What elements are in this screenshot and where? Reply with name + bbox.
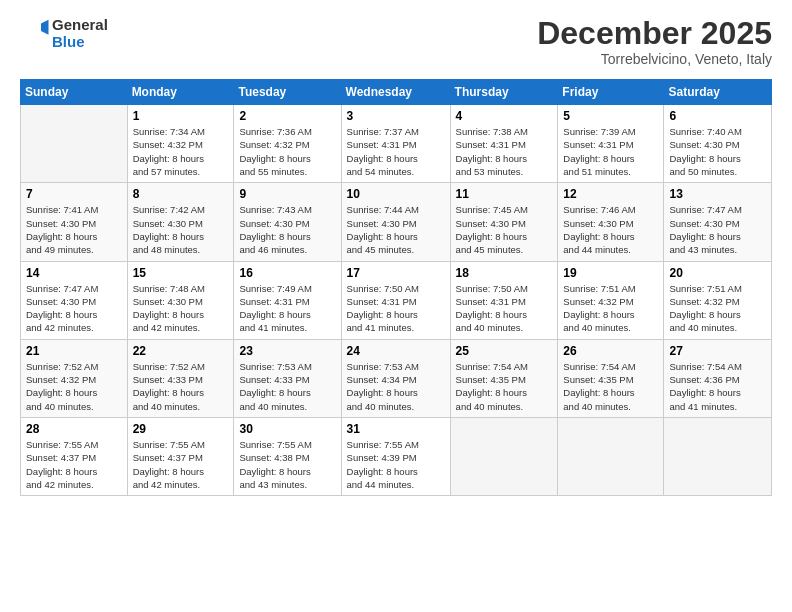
calendar-week-row: 28Sunrise: 7:55 AMSunset: 4:37 PMDayligh…	[21, 417, 772, 495]
day-number: 21	[26, 344, 122, 358]
location-subtitle: Torrebelvicino, Veneto, Italy	[537, 51, 772, 67]
page-header: General Blue December 2025 Torrebelvicin…	[20, 16, 772, 67]
day-number: 19	[563, 266, 658, 280]
day-number: 22	[133, 344, 229, 358]
day-number: 18	[456, 266, 553, 280]
day-number: 26	[563, 344, 658, 358]
col-tuesday: Tuesday	[234, 80, 341, 105]
day-info: Sunrise: 7:42 AMSunset: 4:30 PMDaylight:…	[133, 203, 229, 256]
day-info: Sunrise: 7:50 AMSunset: 4:31 PMDaylight:…	[347, 282, 445, 335]
table-row: 11Sunrise: 7:45 AMSunset: 4:30 PMDayligh…	[450, 183, 558, 261]
day-number: 17	[347, 266, 445, 280]
day-info: Sunrise: 7:52 AMSunset: 4:33 PMDaylight:…	[133, 360, 229, 413]
logo-line1: General	[52, 16, 108, 33]
table-row: 22Sunrise: 7:52 AMSunset: 4:33 PMDayligh…	[127, 339, 234, 417]
day-number: 8	[133, 187, 229, 201]
day-info: Sunrise: 7:41 AMSunset: 4:30 PMDaylight:…	[26, 203, 122, 256]
day-number: 6	[669, 109, 766, 123]
day-info: Sunrise: 7:43 AMSunset: 4:30 PMDaylight:…	[239, 203, 335, 256]
table-row: 26Sunrise: 7:54 AMSunset: 4:35 PMDayligh…	[558, 339, 664, 417]
table-row: 28Sunrise: 7:55 AMSunset: 4:37 PMDayligh…	[21, 417, 128, 495]
logo-arrow-icon	[20, 16, 50, 46]
day-number: 16	[239, 266, 335, 280]
table-row: 12Sunrise: 7:46 AMSunset: 4:30 PMDayligh…	[558, 183, 664, 261]
day-number: 23	[239, 344, 335, 358]
day-number: 13	[669, 187, 766, 201]
day-number: 28	[26, 422, 122, 436]
day-number: 12	[563, 187, 658, 201]
day-info: Sunrise: 7:47 AMSunset: 4:30 PMDaylight:…	[26, 282, 122, 335]
table-row: 8Sunrise: 7:42 AMSunset: 4:30 PMDaylight…	[127, 183, 234, 261]
table-row: 30Sunrise: 7:55 AMSunset: 4:38 PMDayligh…	[234, 417, 341, 495]
day-number: 3	[347, 109, 445, 123]
day-info: Sunrise: 7:50 AMSunset: 4:31 PMDaylight:…	[456, 282, 553, 335]
table-row: 3Sunrise: 7:37 AMSunset: 4:31 PMDaylight…	[341, 105, 450, 183]
table-row: 9Sunrise: 7:43 AMSunset: 4:30 PMDaylight…	[234, 183, 341, 261]
day-number: 31	[347, 422, 445, 436]
table-row: 23Sunrise: 7:53 AMSunset: 4:33 PMDayligh…	[234, 339, 341, 417]
day-info: Sunrise: 7:55 AMSunset: 4:37 PMDaylight:…	[133, 438, 229, 491]
col-wednesday: Wednesday	[341, 80, 450, 105]
table-row: 16Sunrise: 7:49 AMSunset: 4:31 PMDayligh…	[234, 261, 341, 339]
table-row: 18Sunrise: 7:50 AMSunset: 4:31 PMDayligh…	[450, 261, 558, 339]
day-number: 27	[669, 344, 766, 358]
table-row	[450, 417, 558, 495]
day-info: Sunrise: 7:40 AMSunset: 4:30 PMDaylight:…	[669, 125, 766, 178]
table-row: 17Sunrise: 7:50 AMSunset: 4:31 PMDayligh…	[341, 261, 450, 339]
day-number: 9	[239, 187, 335, 201]
calendar-table: Sunday Monday Tuesday Wednesday Thursday…	[20, 79, 772, 496]
col-thursday: Thursday	[450, 80, 558, 105]
logo-line2: Blue	[52, 33, 108, 50]
calendar-week-row: 21Sunrise: 7:52 AMSunset: 4:32 PMDayligh…	[21, 339, 772, 417]
table-row: 31Sunrise: 7:55 AMSunset: 4:39 PMDayligh…	[341, 417, 450, 495]
day-info: Sunrise: 7:36 AMSunset: 4:32 PMDaylight:…	[239, 125, 335, 178]
table-row: 1Sunrise: 7:34 AMSunset: 4:32 PMDaylight…	[127, 105, 234, 183]
day-info: Sunrise: 7:51 AMSunset: 4:32 PMDaylight:…	[669, 282, 766, 335]
table-row: 24Sunrise: 7:53 AMSunset: 4:34 PMDayligh…	[341, 339, 450, 417]
day-info: Sunrise: 7:46 AMSunset: 4:30 PMDaylight:…	[563, 203, 658, 256]
day-info: Sunrise: 7:39 AMSunset: 4:31 PMDaylight:…	[563, 125, 658, 178]
day-info: Sunrise: 7:53 AMSunset: 4:33 PMDaylight:…	[239, 360, 335, 413]
svg-marker-0	[41, 20, 49, 35]
table-row: 25Sunrise: 7:54 AMSunset: 4:35 PMDayligh…	[450, 339, 558, 417]
month-title: December 2025	[537, 16, 772, 51]
table-row: 4Sunrise: 7:38 AMSunset: 4:31 PMDaylight…	[450, 105, 558, 183]
title-block: December 2025 Torrebelvicino, Veneto, It…	[537, 16, 772, 67]
day-info: Sunrise: 7:54 AMSunset: 4:36 PMDaylight:…	[669, 360, 766, 413]
day-number: 15	[133, 266, 229, 280]
day-number: 24	[347, 344, 445, 358]
day-number: 5	[563, 109, 658, 123]
day-number: 25	[456, 344, 553, 358]
day-number: 29	[133, 422, 229, 436]
day-info: Sunrise: 7:55 AMSunset: 4:39 PMDaylight:…	[347, 438, 445, 491]
table-row: 20Sunrise: 7:51 AMSunset: 4:32 PMDayligh…	[664, 261, 772, 339]
table-row: 14Sunrise: 7:47 AMSunset: 4:30 PMDayligh…	[21, 261, 128, 339]
day-number: 4	[456, 109, 553, 123]
calendar-week-row: 7Sunrise: 7:41 AMSunset: 4:30 PMDaylight…	[21, 183, 772, 261]
calendar-header-row: Sunday Monday Tuesday Wednesday Thursday…	[21, 80, 772, 105]
day-number: 1	[133, 109, 229, 123]
table-row: 5Sunrise: 7:39 AMSunset: 4:31 PMDaylight…	[558, 105, 664, 183]
col-monday: Monday	[127, 80, 234, 105]
day-number: 10	[347, 187, 445, 201]
table-row	[664, 417, 772, 495]
col-saturday: Saturday	[664, 80, 772, 105]
table-row: 27Sunrise: 7:54 AMSunset: 4:36 PMDayligh…	[664, 339, 772, 417]
col-sunday: Sunday	[21, 80, 128, 105]
table-row: 21Sunrise: 7:52 AMSunset: 4:32 PMDayligh…	[21, 339, 128, 417]
day-number: 30	[239, 422, 335, 436]
day-info: Sunrise: 7:53 AMSunset: 4:34 PMDaylight:…	[347, 360, 445, 413]
table-row: 7Sunrise: 7:41 AMSunset: 4:30 PMDaylight…	[21, 183, 128, 261]
day-info: Sunrise: 7:37 AMSunset: 4:31 PMDaylight:…	[347, 125, 445, 178]
day-number: 14	[26, 266, 122, 280]
day-info: Sunrise: 7:52 AMSunset: 4:32 PMDaylight:…	[26, 360, 122, 413]
day-info: Sunrise: 7:54 AMSunset: 4:35 PMDaylight:…	[563, 360, 658, 413]
table-row: 10Sunrise: 7:44 AMSunset: 4:30 PMDayligh…	[341, 183, 450, 261]
table-row: 29Sunrise: 7:55 AMSunset: 4:37 PMDayligh…	[127, 417, 234, 495]
day-info: Sunrise: 7:49 AMSunset: 4:31 PMDaylight:…	[239, 282, 335, 335]
table-row	[21, 105, 128, 183]
day-info: Sunrise: 7:48 AMSunset: 4:30 PMDaylight:…	[133, 282, 229, 335]
day-info: Sunrise: 7:38 AMSunset: 4:31 PMDaylight:…	[456, 125, 553, 178]
day-info: Sunrise: 7:45 AMSunset: 4:30 PMDaylight:…	[456, 203, 553, 256]
table-row: 15Sunrise: 7:48 AMSunset: 4:30 PMDayligh…	[127, 261, 234, 339]
